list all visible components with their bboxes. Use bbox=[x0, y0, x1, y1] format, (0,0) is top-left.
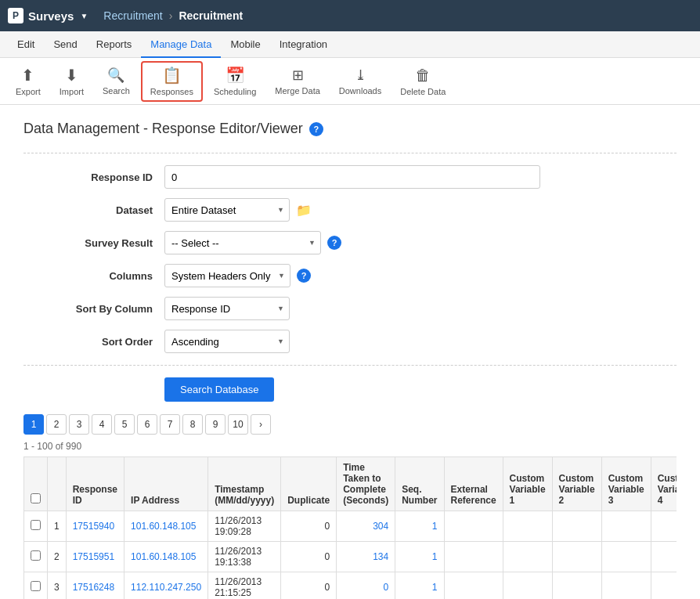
duplicate-header: Duplicate bbox=[281, 457, 337, 511]
page-title: Data Management - Response Editor/Viewer… bbox=[23, 121, 677, 137]
import-icon: ⬇ bbox=[65, 66, 78, 85]
row-checkbox[interactable] bbox=[31, 581, 41, 591]
custom-var1-header: CustomVariable1 bbox=[503, 457, 552, 511]
response-id-input[interactable] bbox=[164, 165, 540, 189]
export-button[interactable]: ⬆ Export bbox=[8, 61, 49, 102]
search-button[interactable]: 🔍 Search bbox=[95, 61, 138, 102]
custom4-cell bbox=[651, 542, 677, 572]
timestamp-cell: 11/26/2013 21:15:25 bbox=[208, 572, 281, 600]
row-num: 3 bbox=[48, 572, 67, 600]
seq-number-cell[interactable]: 1 bbox=[395, 572, 444, 600]
downloads-button[interactable]: ⤓ Downloads bbox=[331, 61, 389, 102]
response-id-cell[interactable]: 17516248 bbox=[66, 572, 124, 600]
page-btn-10[interactable]: 10 bbox=[228, 414, 248, 435]
custom2-cell bbox=[552, 511, 601, 542]
ip-address-cell[interactable]: 112.110.247.250 bbox=[124, 572, 208, 600]
table-row: 3 17516248 112.110.247.250 11/26/2013 21… bbox=[24, 572, 677, 600]
row-checkbox[interactable] bbox=[31, 520, 41, 530]
columns-select-wrapper: System Headers Only All Columns Custom bbox=[164, 264, 290, 287]
sort-order-select-wrapper: Ascending Descending bbox=[164, 330, 290, 353]
seq-number-header: Seq.Number bbox=[395, 457, 444, 511]
custom-var3-header: CustomVariable3 bbox=[601, 457, 651, 511]
menu-mobile[interactable]: Mobile bbox=[221, 31, 269, 58]
sort-by-select[interactable]: Response ID IP Address Timestamp bbox=[164, 297, 290, 320]
page-btn-2[interactable]: 2 bbox=[46, 414, 67, 435]
menu-integration[interactable]: Integration bbox=[270, 31, 337, 58]
dataset-select[interactable]: Entire Dataset Filtered Dataset bbox=[164, 198, 290, 222]
custom3-cell bbox=[601, 572, 651, 600]
menu-edit[interactable]: Edit bbox=[8, 31, 44, 58]
pagination-section: 1 2 3 4 5 6 7 8 9 10 › 1 - 100 of 990 bbox=[23, 414, 677, 452]
page-help-icon[interactable]: ? bbox=[309, 122, 323, 136]
data-table: ResponseID IP Address Timestamp(MM/dd/yy… bbox=[23, 456, 677, 599]
main-content: Data Management - Response Editor/Viewer… bbox=[0, 105, 700, 599]
time-taken-cell[interactable]: 0 bbox=[337, 572, 395, 600]
import-label: Import bbox=[60, 87, 84, 96]
response-id-header: ResponseID bbox=[66, 457, 124, 511]
survey-result-control: -- Select -- Complete Partial Disqualifi… bbox=[164, 231, 548, 254]
page-btn-6[interactable]: 6 bbox=[137, 414, 157, 435]
response-id-row: Response ID bbox=[23, 165, 677, 189]
checkbox-header bbox=[24, 457, 48, 511]
export-icon: ⬆ bbox=[21, 66, 34, 85]
time-taken-cell[interactable]: 134 bbox=[337, 542, 395, 572]
columns-row: Columns System Headers Only All Columns … bbox=[23, 264, 677, 287]
survey-result-help-icon[interactable]: ? bbox=[327, 236, 341, 250]
seq-number-cell[interactable]: 1 bbox=[395, 542, 444, 572]
scheduling-icon: 📅 bbox=[226, 66, 245, 85]
sort-by-control: Response ID IP Address Timestamp bbox=[164, 297, 548, 320]
custom4-cell bbox=[651, 572, 677, 600]
app-dropdown-arrow[interactable]: ▼ bbox=[80, 12, 88, 20]
duplicate-cell: 0 bbox=[281, 542, 337, 572]
app-name: Surveys bbox=[28, 9, 74, 23]
custom2-cell bbox=[552, 542, 601, 572]
ip-address-cell[interactable]: 101.60.148.105 bbox=[124, 542, 208, 572]
select-all-checkbox[interactable] bbox=[31, 493, 41, 503]
ip-address-cell[interactable]: 101.60.148.105 bbox=[124, 511, 208, 542]
page-btn-7[interactable]: 7 bbox=[160, 414, 180, 435]
response-id-cell[interactable]: 17515951 bbox=[66, 542, 124, 572]
page-btn-4[interactable]: 4 bbox=[92, 414, 112, 435]
page-btn-1[interactable]: 1 bbox=[23, 414, 44, 435]
breadcrumb-parent[interactable]: Recruitment bbox=[103, 9, 162, 22]
survey-result-select-wrapper: -- Select -- Complete Partial Disqualifi… bbox=[164, 231, 321, 254]
columns-help-icon[interactable]: ? bbox=[297, 269, 311, 283]
page-btn-3[interactable]: 3 bbox=[69, 414, 89, 435]
scheduling-button[interactable]: 📅 Scheduling bbox=[206, 61, 264, 102]
page-btn-9[interactable]: 9 bbox=[205, 414, 226, 435]
dataset-folder-icon[interactable]: 📁 bbox=[296, 203, 312, 218]
delete-data-label: Delete Data bbox=[400, 87, 446, 96]
page-next-btn[interactable]: › bbox=[251, 414, 271, 435]
time-taken-cell[interactable]: 304 bbox=[337, 511, 395, 542]
row-checkbox[interactable] bbox=[31, 550, 41, 561]
responses-button[interactable]: 📋 Responses bbox=[141, 61, 203, 102]
merge-data-icon: ⊞ bbox=[292, 67, 304, 84]
survey-result-row: Survey Result -- Select -- Complete Part… bbox=[23, 231, 677, 254]
page-btn-5[interactable]: 5 bbox=[114, 414, 135, 435]
merge-data-button[interactable]: ⊞ Merge Data bbox=[267, 61, 327, 102]
menu-send[interactable]: Send bbox=[44, 31, 86, 58]
timestamp-header: Timestamp(MM/dd/yyyy) bbox=[208, 457, 281, 511]
responses-label: Responses bbox=[150, 87, 193, 96]
survey-result-select[interactable]: -- Select -- Complete Partial Disqualifi… bbox=[164, 231, 321, 254]
page-btn-8[interactable]: 8 bbox=[182, 414, 203, 435]
sort-order-select[interactable]: Ascending Descending bbox=[164, 330, 290, 353]
columns-control: System Headers Only All Columns Custom ? bbox=[164, 264, 548, 287]
seq-number-cell[interactable]: 1 bbox=[395, 511, 444, 542]
sort-by-row: Sort By Column Response ID IP Address Ti… bbox=[23, 297, 677, 320]
dataset-control: Entire Dataset Filtered Dataset 📁 bbox=[164, 198, 548, 222]
row-num: 1 bbox=[48, 511, 67, 542]
menu-reports[interactable]: Reports bbox=[87, 31, 142, 58]
row-checkbox-cell bbox=[24, 542, 48, 572]
menu-manage-data[interactable]: Manage Data bbox=[141, 31, 221, 58]
timestamp-cell: 11/26/2013 19:13:38 bbox=[208, 542, 281, 572]
response-id-cell[interactable]: 17515940 bbox=[66, 511, 124, 542]
search-database-button[interactable]: Search Database bbox=[164, 377, 274, 402]
form-section: Response ID Dataset Entire Dataset Filte… bbox=[23, 153, 677, 366]
search-icon: 🔍 bbox=[107, 67, 124, 84]
response-id-control bbox=[164, 165, 548, 189]
delete-data-button[interactable]: 🗑 Delete Data bbox=[392, 61, 453, 102]
external-ref-cell bbox=[444, 572, 503, 600]
import-button[interactable]: ⬇ Import bbox=[52, 61, 92, 102]
columns-select[interactable]: System Headers Only All Columns Custom bbox=[164, 264, 290, 287]
